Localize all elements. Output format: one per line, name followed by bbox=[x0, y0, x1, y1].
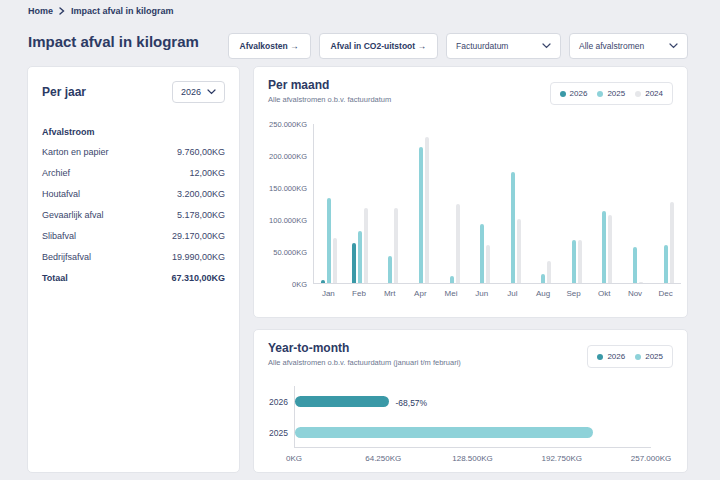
month-group-Dec bbox=[650, 124, 681, 283]
ytm-bar-annotation: -68,57% bbox=[396, 398, 428, 408]
y-axis-tick: 100.000KG bbox=[257, 216, 307, 225]
ytm-chart: -68,57% bbox=[294, 386, 651, 448]
ytm-x-axis-tick: 0KG bbox=[264, 454, 324, 463]
per-maand-legend: 202620252024 bbox=[550, 82, 673, 105]
per-maand-panel: Per maand Alle afvalstromen o.b.v. factu… bbox=[253, 66, 688, 318]
year-select[interactable]: 2026 bbox=[172, 81, 225, 103]
ytm-subtitle: Alle afvalstromen o.b.v. factuurdatum (j… bbox=[268, 358, 461, 367]
dashboard-page: { "breadcrumb": { "home": "Home", "curre… bbox=[0, 0, 720, 480]
chevron-down-icon bbox=[542, 43, 551, 49]
row-label: Houtafval bbox=[42, 189, 80, 199]
legend-item-2025[interactable]: 2025 bbox=[635, 352, 663, 361]
bar-2024-Aug bbox=[547, 261, 551, 283]
afvalstromen-dropdown[interactable]: Alle afvalstromen bbox=[569, 33, 688, 59]
x-axis-label: Jun bbox=[467, 289, 497, 298]
legend-label: 2026 bbox=[570, 89, 588, 98]
ytm-x-axis-tick: 257.000KG bbox=[621, 454, 681, 463]
month-group-Feb bbox=[345, 124, 376, 283]
factuurdatum-dropdown-value: Factuurdatum bbox=[456, 41, 508, 51]
bar-2024-Nov bbox=[639, 282, 643, 283]
month-group-Aug bbox=[528, 124, 559, 283]
legend-dot-icon bbox=[597, 354, 603, 360]
bar-2025-Dec bbox=[664, 245, 668, 283]
afvalkosten-button[interactable]: Afvalkosten → bbox=[228, 33, 311, 59]
per-jaar-title: Per jaar bbox=[42, 85, 86, 99]
chevron-down-icon bbox=[669, 43, 678, 49]
breadcrumb-current: Impact afval in kilogram bbox=[71, 6, 174, 16]
year-select-value: 2026 bbox=[181, 87, 201, 97]
row-label: Slibafval bbox=[42, 231, 76, 241]
month-group-Jan bbox=[314, 124, 345, 283]
month-group-Nov bbox=[620, 124, 651, 283]
month-group-Apr bbox=[406, 124, 437, 283]
ytm-x-axis-tick: 64.250KG bbox=[353, 454, 413, 463]
row-value: 3.200,00KG bbox=[177, 189, 225, 199]
month-group-Mei bbox=[436, 124, 467, 283]
bar-2024-Jun bbox=[486, 245, 490, 283]
bar-2024-Jul bbox=[517, 219, 521, 283]
ytm-legend: 20262025 bbox=[587, 345, 673, 368]
factuurdatum-dropdown[interactable]: Factuurdatum bbox=[446, 33, 561, 59]
afvalstroom-rows: Karton en papier9.760,00KGArchief12,00KG… bbox=[42, 141, 225, 288]
ytm-bar-2026 bbox=[295, 396, 389, 407]
bar-2024-Feb bbox=[364, 208, 368, 283]
bar-2024-Okt bbox=[608, 215, 612, 283]
ytm-bar-2025 bbox=[295, 427, 593, 438]
month-group-Mrt bbox=[375, 124, 406, 283]
row-value: 9.760,00KG bbox=[177, 147, 225, 157]
y-axis-tick: 150.000KG bbox=[257, 184, 307, 193]
x-axis-label: Dec bbox=[651, 289, 681, 298]
row-label: Karton en papier bbox=[42, 147, 109, 157]
bar-2024-Dec bbox=[670, 202, 674, 283]
row-label: Archief bbox=[42, 168, 70, 178]
per-maand-title: Per maand bbox=[268, 78, 329, 92]
bar-2025-Aug bbox=[541, 274, 545, 283]
x-axis-label: Aug bbox=[528, 289, 558, 298]
bar-2025-Sep bbox=[572, 240, 576, 283]
y-axis-tick: 0KG bbox=[257, 280, 307, 289]
table-row: Slibafval29.170,00KG bbox=[42, 225, 225, 246]
ytm-title: Year-to-month bbox=[268, 341, 349, 355]
legend-label: 2025 bbox=[607, 89, 625, 98]
legend-label: 2024 bbox=[645, 89, 663, 98]
breadcrumb-home-link[interactable]: Home bbox=[28, 6, 53, 16]
year-to-month-panel: Year-to-month Alle afvalstromen o.b.v. f… bbox=[253, 329, 688, 473]
bar-2024-Jan bbox=[333, 238, 337, 283]
bar-2026-Feb bbox=[352, 243, 356, 283]
legend-dot-icon bbox=[635, 91, 641, 97]
total-label: Totaal bbox=[42, 273, 68, 283]
bar-2025-Jan bbox=[327, 198, 331, 283]
legend-item-2025[interactable]: 2025 bbox=[597, 89, 625, 98]
bar-2025-Mei bbox=[450, 276, 454, 283]
bar-2024-Apr bbox=[425, 137, 429, 283]
legend-item-2026[interactable]: 2026 bbox=[597, 352, 625, 361]
ytm-x-axis-tick: 128.500KG bbox=[443, 454, 503, 463]
bar-2024-Mrt bbox=[394, 208, 398, 283]
row-label: Bedrijfsafval bbox=[42, 252, 91, 262]
legend-dot-icon bbox=[635, 354, 641, 360]
legend-item-2026[interactable]: 2026 bbox=[560, 89, 588, 98]
breadcrumb: Home Impact afval in kilogram bbox=[28, 6, 174, 16]
legend-label: 2026 bbox=[607, 352, 625, 361]
table-row: Archief12,00KG bbox=[42, 162, 225, 183]
bar-2025-Nov bbox=[633, 247, 637, 284]
ytm-x-axis-tick: 192.750KG bbox=[532, 454, 592, 463]
x-axis-label: Okt bbox=[589, 289, 619, 298]
x-axis-label: Sep bbox=[559, 289, 589, 298]
legend-label: 2025 bbox=[645, 352, 663, 361]
row-value: 5.178,00KG bbox=[177, 210, 225, 220]
bar-2026-Jan bbox=[321, 280, 325, 283]
x-axis-label: Jul bbox=[497, 289, 527, 298]
chevron-right-icon bbox=[59, 7, 65, 15]
x-axis-label: Mrt bbox=[375, 289, 405, 298]
table-row: Bedrijfsafval19.990,00KG bbox=[42, 246, 225, 267]
y-axis-tick: 250.000KG bbox=[257, 120, 307, 129]
month-group-Sep bbox=[559, 124, 590, 283]
bar-2025-Jul bbox=[511, 172, 515, 283]
x-axis-label: Apr bbox=[405, 289, 435, 298]
co2-uitstoot-button[interactable]: Afval in CO2-uitstoot → bbox=[319, 33, 438, 59]
row-label: Gevaarlijk afval bbox=[42, 210, 104, 220]
legend-item-2024[interactable]: 2024 bbox=[635, 89, 663, 98]
afvalstromen-dropdown-value: Alle afvalstromen bbox=[579, 41, 644, 51]
per-jaar-panel: Per jaar 2026 Afvalstroom Karton en papi… bbox=[27, 66, 240, 473]
